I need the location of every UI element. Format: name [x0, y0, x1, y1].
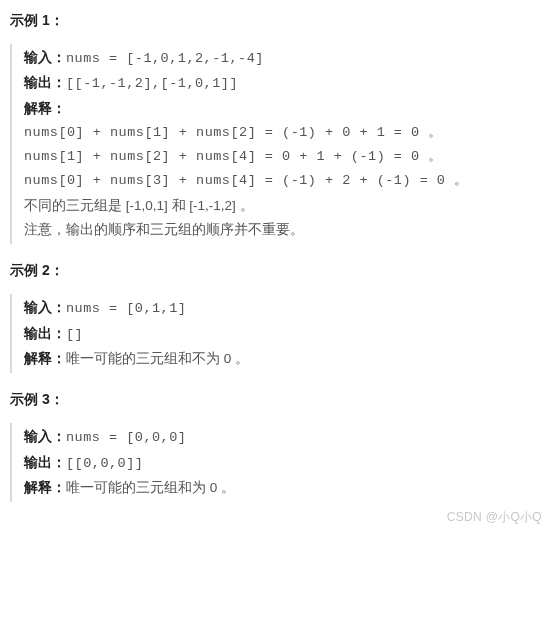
example-3-input: 输入：nums = [0,0,0] [24, 425, 542, 450]
explain-label: 解释： [24, 480, 66, 495]
input-code: nums = [0,0,0] [66, 430, 186, 445]
output-label: 输出： [24, 326, 66, 341]
example-3-output: 输出：[[0,0,0]] [24, 451, 542, 476]
watermark: CSDN @小Q小Q [447, 509, 542, 526]
example-1-block: 输入：nums = [-1,0,1,2,-1,-4] 输出：[[-1,-1,2]… [10, 44, 542, 244]
example-3-title: 示例 3： [10, 391, 542, 409]
explain-tail-2: 注意，输出的顺序和三元组的顺序并不重要。 [24, 218, 542, 242]
input-code: nums = [0,1,1] [66, 301, 186, 316]
explain-label: 解释： [24, 101, 66, 116]
explain-label: 解释： [24, 351, 66, 366]
example-1-title: 示例 1： [10, 12, 542, 30]
example-2-explain: 解释：唯一可能的三元组和不为 0 。 [24, 347, 542, 371]
output-label: 输出： [24, 455, 66, 470]
output-code: [] [66, 327, 83, 342]
output-code: [[0,0,0]] [66, 456, 143, 471]
explain-line-2: nums[1] + nums[2] + nums[4] = 0 + 1 + (-… [24, 145, 542, 169]
example-2-output: 输出：[] [24, 322, 542, 347]
explain-text: 唯一可能的三元组和不为 0 。 [66, 351, 249, 366]
output-code: [[-1,-1,2],[-1,0,1]] [66, 76, 238, 91]
example-1-output: 输出：[[-1,-1,2],[-1,0,1]] [24, 71, 542, 96]
example-3-explain: 解释：唯一可能的三元组和为 0 。 [24, 476, 542, 500]
explain-line-3: nums[0] + nums[3] + nums[4] = (-1) + 2 +… [24, 169, 542, 193]
input-code: nums = [-1,0,1,2,-1,-4] [66, 51, 264, 66]
explain-text: 唯一可能的三元组和为 0 。 [66, 480, 235, 495]
output-label: 输出： [24, 75, 66, 90]
explain-tail-1: 不同的三元组是 [-1,0,1] 和 [-1,-1,2] 。 [24, 194, 542, 218]
example-1-explain-label: 解释： [24, 97, 542, 121]
example-2-input: 输入：nums = [0,1,1] [24, 296, 542, 321]
example-2-block: 输入：nums = [0,1,1] 输出：[] 解释：唯一可能的三元组和不为 0… [10, 294, 542, 373]
input-label: 输入： [24, 50, 66, 65]
explain-line-1: nums[0] + nums[1] + nums[2] = (-1) + 0 +… [24, 121, 542, 145]
example-3-block: 输入：nums = [0,0,0] 输出：[[0,0,0]] 解释：唯一可能的三… [10, 423, 542, 502]
input-label: 输入： [24, 300, 66, 315]
example-1-input: 输入：nums = [-1,0,1,2,-1,-4] [24, 46, 542, 71]
input-label: 输入： [24, 429, 66, 444]
example-2-title: 示例 2： [10, 262, 542, 280]
